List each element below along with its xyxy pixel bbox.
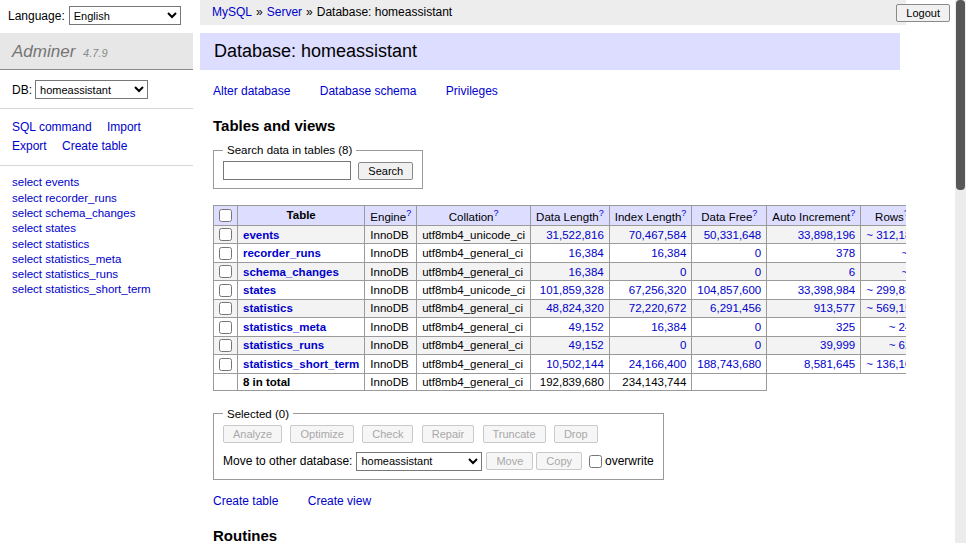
- create-link[interactable]: Create view: [308, 494, 371, 508]
- auto-increment-link[interactable]: 325: [836, 321, 855, 333]
- overwrite-checkbox[interactable]: [589, 455, 602, 468]
- move-button[interactable]: Move: [486, 452, 533, 470]
- row-checkbox[interactable]: [219, 247, 232, 260]
- data-free-link[interactable]: 0: [755, 266, 761, 278]
- index-length-link[interactable]: 67,256,320: [629, 284, 687, 296]
- column-help-link[interactable]: ?: [599, 208, 604, 218]
- check-button[interactable]: Check: [362, 425, 413, 443]
- column-help-link[interactable]: ?: [681, 208, 686, 218]
- table-name-link[interactable]: states: [243, 284, 276, 296]
- rows-count-link[interactable]: ~ 5: [901, 247, 906, 259]
- rows-count-link[interactable]: ~ 3: [901, 266, 906, 278]
- data-length-link[interactable]: 16,384: [569, 247, 604, 259]
- sidebar-table-link[interactable]: statistics_runs: [45, 268, 118, 280]
- analyze-button[interactable]: Analyze: [223, 425, 282, 443]
- index-length-link[interactable]: 24,166,400: [629, 358, 687, 370]
- sidebar-link[interactable]: SQL command: [12, 120, 92, 134]
- sidebar-select-link[interactable]: select: [12, 192, 42, 204]
- create-link[interactable]: Create table: [213, 494, 278, 508]
- index-length-link[interactable]: 72,220,672: [629, 302, 687, 314]
- sidebar-table-link[interactable]: states: [45, 222, 76, 234]
- table-name-link[interactable]: events: [243, 229, 279, 241]
- data-free-link[interactable]: 0: [755, 339, 761, 351]
- column-help-link[interactable]: ?: [904, 208, 906, 218]
- repair-button[interactable]: Repair: [422, 425, 474, 443]
- search-input[interactable]: [223, 161, 351, 180]
- select-all-checkbox[interactable]: [219, 209, 232, 222]
- sidebar-table-link[interactable]: statistics: [45, 238, 89, 250]
- sidebar-select-link[interactable]: select: [12, 253, 42, 265]
- database-action-link[interactable]: Privileges: [446, 84, 498, 98]
- vertical-scrollbar[interactable]: [955, 0, 966, 543]
- language-select[interactable]: English: [69, 6, 181, 25]
- sidebar-table-link[interactable]: statistics_short_term: [45, 283, 150, 295]
- db-select[interactable]: homeassistant: [35, 80, 148, 99]
- sidebar-link[interactable]: Import: [107, 120, 141, 134]
- data-length-link[interactable]: 10,502,144: [546, 358, 604, 370]
- column-help-link[interactable]: ?: [493, 208, 498, 218]
- data-length-link[interactable]: 49,152: [569, 339, 604, 351]
- row-checkbox[interactable]: [219, 302, 232, 315]
- breadcrumb-mysql-link[interactable]: MySQL: [212, 5, 252, 19]
- row-checkbox[interactable]: [219, 228, 232, 241]
- data-length-link[interactable]: 31,522,816: [546, 229, 604, 241]
- sidebar-select-link[interactable]: select: [12, 238, 42, 250]
- data-free-link[interactable]: 50,331,648: [704, 229, 762, 241]
- rows-count-link[interactable]: ~ 299,833: [866, 284, 906, 296]
- table-name-link[interactable]: statistics_runs: [243, 339, 324, 351]
- auto-increment-link[interactable]: 6: [849, 266, 855, 278]
- table-name-link[interactable]: statistics: [243, 302, 293, 314]
- logout-button[interactable]: Logout: [896, 4, 950, 22]
- sidebar-table-link[interactable]: schema_changes: [45, 207, 135, 219]
- table-name-link[interactable]: statistics_short_term: [243, 358, 359, 370]
- index-length-link[interactable]: 16,384: [651, 247, 686, 259]
- table-name-link[interactable]: statistics_meta: [243, 321, 326, 333]
- sidebar-link[interactable]: Create table: [62, 139, 127, 153]
- data-free-link[interactable]: 188,743,680: [697, 358, 761, 370]
- data-length-link[interactable]: 101,859,328: [540, 284, 604, 296]
- search-button[interactable]: Search: [358, 162, 413, 180]
- sidebar-table-link[interactable]: events: [45, 176, 79, 188]
- data-length-link[interactable]: 16,384: [569, 266, 604, 278]
- auto-increment-link[interactable]: 8,581,645: [804, 358, 855, 370]
- column-help-link[interactable]: ?: [850, 208, 855, 218]
- table-name-link[interactable]: recorder_runs: [243, 247, 321, 259]
- column-help-link[interactable]: ?: [752, 208, 757, 218]
- row-checkbox[interactable]: [219, 265, 232, 278]
- auto-increment-link[interactable]: 33,398,984: [798, 284, 856, 296]
- drop-button[interactable]: Drop: [554, 425, 598, 443]
- scrollbar-thumb[interactable]: [956, 0, 965, 190]
- rows-count-link[interactable]: ~ 628: [889, 339, 906, 351]
- move-db-select[interactable]: homeassistant: [356, 452, 482, 471]
- database-action-link[interactable]: Alter database: [213, 84, 290, 98]
- breadcrumb-server-link[interactable]: Server: [267, 5, 302, 19]
- truncate-button[interactable]: Truncate: [483, 425, 546, 443]
- sidebar-select-link[interactable]: select: [12, 207, 42, 219]
- rows-count-link[interactable]: ~ 312,180: [866, 229, 906, 241]
- data-length-link[interactable]: 49,152: [569, 321, 604, 333]
- sidebar-select-link[interactable]: select: [12, 176, 42, 188]
- optimize-button[interactable]: Optimize: [290, 425, 353, 443]
- data-free-link[interactable]: 0: [755, 321, 761, 333]
- data-free-link[interactable]: 6,291,456: [710, 302, 761, 314]
- column-help-link[interactable]: ?: [406, 208, 411, 218]
- row-checkbox[interactable]: [219, 339, 232, 352]
- row-checkbox[interactable]: [219, 358, 232, 371]
- index-length-link[interactable]: 70,467,584: [629, 229, 687, 241]
- auto-increment-link[interactable]: 378: [836, 247, 855, 259]
- sidebar-select-link[interactable]: select: [12, 268, 42, 280]
- sidebar-select-link[interactable]: select: [12, 222, 42, 234]
- index-length-link[interactable]: 0: [680, 339, 686, 351]
- table-name-link[interactable]: schema_changes: [243, 266, 339, 278]
- auto-increment-link[interactable]: 39,999: [820, 339, 855, 351]
- sidebar-table-link[interactable]: recorder_runs: [45, 192, 117, 204]
- index-length-link[interactable]: 0: [680, 266, 686, 278]
- database-action-link[interactable]: Database schema: [320, 84, 417, 98]
- row-checkbox[interactable]: [219, 321, 232, 334]
- data-free-link[interactable]: 0: [755, 247, 761, 259]
- row-checkbox[interactable]: [219, 284, 232, 297]
- data-free-link[interactable]: 104,857,600: [697, 284, 761, 296]
- index-length-link[interactable]: 16,384: [651, 321, 686, 333]
- adminer-logo-link[interactable]: Adminer: [12, 42, 75, 61]
- copy-button[interactable]: Copy: [536, 452, 582, 470]
